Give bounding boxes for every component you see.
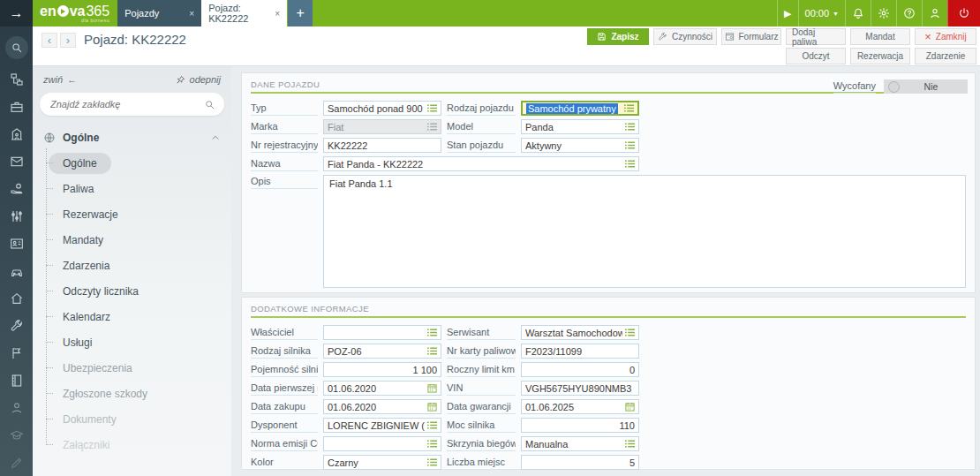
nazwa-field[interactable]: Fiat Panda - KK22222: [323, 156, 639, 171]
nav-item-rezerwacje[interactable]: Rezerwacje: [33, 201, 231, 227]
withdrawn-toggle[interactable]: Nie: [884, 79, 968, 94]
field-label: Właściciel: [251, 326, 318, 340]
car-icon[interactable]: [10, 264, 24, 278]
opis-textarea[interactable]: Fiat Panda 1.1: [323, 175, 966, 288]
serwisant-field[interactable]: Warsztat Samochodowy DRYNDA: [521, 325, 639, 340]
mail-icon[interactable]: [10, 155, 24, 169]
calendar-icon[interactable]: [625, 402, 635, 412]
building-icon[interactable]: [10, 127, 24, 141]
nav-item-kalendarz[interactable]: Kalendarz: [33, 304, 231, 329]
list-icon[interactable]: [625, 160, 635, 168]
list-icon[interactable]: [625, 141, 635, 149]
edit-icon[interactable]: [10, 456, 24, 470]
save-button[interactable]: Zapisz: [587, 28, 649, 45]
briefcase-icon[interactable]: [10, 100, 24, 114]
rodzaj-silnika-field[interactable]: POZ-06: [323, 344, 441, 359]
unpin-panel-button[interactable]: odepnij: [176, 74, 221, 85]
flag-icon[interactable]: [10, 346, 24, 360]
list-icon[interactable]: [427, 104, 437, 112]
field-label: Nr karty paliwowej: [447, 344, 516, 359]
wlasciciel-field[interactable]: [323, 325, 441, 340]
notifications-button[interactable]: [845, 0, 871, 26]
data-pierwszej-rejestracji-field[interactable]: 01.06.2020: [323, 381, 441, 396]
list-icon[interactable]: [427, 329, 437, 336]
find-tab-input[interactable]: [49, 98, 204, 110]
work-timer[interactable]: 00:00 ▼: [798, 0, 845, 26]
wrench-icon[interactable]: [10, 319, 24, 333]
nav-item-odczyty-licznika[interactable]: Odczyty licznika: [33, 278, 231, 304]
chevron-up-icon[interactable]: [210, 132, 221, 143]
stan-pojazdu-field[interactable]: Aktywny: [521, 138, 639, 153]
notebook-icon[interactable]: [10, 374, 24, 388]
back-button[interactable]: ‹: [41, 33, 57, 48]
data-gwarancji-field[interactable]: 01.06.2025: [521, 399, 639, 414]
model-field[interactable]: Panda: [521, 119, 639, 134]
nav-item-uslugi[interactable]: Usługi: [33, 329, 231, 355]
data-zakupu-field[interactable]: 01.06.2020: [323, 399, 441, 414]
norma-emisji-co2-field[interactable]: [323, 436, 441, 451]
close-button[interactable]: × Zamknij: [915, 28, 976, 45]
roczny-limit-km-field[interactable]: 0: [521, 362, 639, 377]
workflow-icon[interactable]: [10, 72, 24, 87]
nav-item-ogolne[interactable]: Ogólne: [33, 150, 231, 176]
event-button[interactable]: Zdarzenie: [915, 48, 976, 64]
liczba-miejsc-field[interactable]: 5: [521, 455, 639, 470]
page-header: ‹ › Pojazd: KK22222 Zapisz Czynności For…: [33, 26, 980, 66]
new-tab-button[interactable]: +: [288, 0, 313, 26]
typ-field[interactable]: Samochód ponad 900: [323, 101, 441, 116]
home-icon[interactable]: [10, 291, 24, 306]
list-icon[interactable]: [625, 329, 635, 336]
list-icon[interactable]: [427, 347, 437, 355]
calendar-icon[interactable]: [427, 402, 437, 412]
graduation-cap-icon[interactable]: [10, 428, 24, 442]
list-icon[interactable]: [625, 123, 635, 131]
start-timer-button[interactable]: ▶: [777, 0, 797, 26]
pojemnosc-silnika-field[interactable]: 1 100: [323, 362, 441, 377]
list-icon[interactable]: [427, 421, 437, 429]
withdrawn-label: Wycofany: [833, 80, 876, 94]
sliders-icon[interactable]: [10, 209, 24, 223]
nr-karty-paliwowej-field[interactable]: F2023/11099: [521, 344, 639, 359]
expand-menu-button[interactable]: →: [0, 0, 33, 26]
tab-pojazd-kk22222[interactable]: Pojazd: KK22222 ×: [201, 0, 287, 26]
nav-item-zdarzenia[interactable]: Zdarzenia: [33, 253, 231, 278]
reading-button[interactable]: Odczyt: [786, 48, 846, 64]
list-icon[interactable]: [625, 440, 635, 448]
logout-button[interactable]: [947, 0, 980, 26]
vin-field[interactable]: VGH5675HYU890NMB3: [521, 381, 639, 396]
nav-group-ogolne[interactable]: Ogólne: [33, 125, 231, 148]
person-icon[interactable]: [10, 401, 24, 415]
nav-item-mandaty[interactable]: Mandaty: [33, 227, 231, 253]
actions-button[interactable]: Czynności: [653, 28, 717, 45]
moc-silnika-field[interactable]: 110: [521, 418, 639, 433]
nav-item-paliwa[interactable]: Paliwa: [33, 176, 231, 201]
collapse-panel-button[interactable]: zwiń ←: [43, 74, 77, 85]
close-tab-icon[interactable]: ×: [275, 9, 280, 19]
field-label: Nr rejestracyjny: [251, 139, 318, 153]
payments-icon[interactable]: [10, 182, 24, 196]
dysponent-field[interactable]: LORENC ZBIGNIEW (017): [323, 418, 441, 433]
rodzaj-pojazdu-field[interactable]: Samochód prywatny: [521, 101, 639, 116]
forward-button[interactable]: ›: [60, 33, 76, 48]
reservation-button[interactable]: Rezerwacja: [850, 48, 910, 64]
settings-button[interactable]: [871, 0, 896, 26]
list-icon[interactable]: [427, 440, 437, 448]
search-button[interactable]: [5, 36, 28, 59]
calendar-icon[interactable]: [427, 383, 437, 393]
play-icon: ▶: [784, 8, 791, 19]
list-icon[interactable]: [624, 104, 634, 112]
add-fuel-button[interactable]: Dodaj paliwa: [786, 28, 846, 45]
nr-rejestracyjny-field[interactable]: KK22222: [323, 138, 441, 153]
list-icon[interactable]: [427, 458, 437, 466]
search-icon[interactable]: [204, 99, 215, 110]
close-tab-icon[interactable]: ×: [189, 9, 194, 19]
form-button[interactable]: Formularz: [721, 28, 781, 45]
find-tab-search: [40, 93, 224, 116]
help-button[interactable]: [896, 0, 922, 26]
skrzynia-biegow-field[interactable]: Manualna: [521, 436, 639, 451]
contact-card-icon[interactable]: [10, 237, 24, 251]
user-account-button[interactable]: [922, 0, 947, 26]
mandate-button[interactable]: Mandat: [850, 28, 910, 45]
kolor-field[interactable]: Czarny: [323, 455, 441, 470]
tab-pojazdy[interactable]: Pojazdy ×: [117, 0, 201, 26]
